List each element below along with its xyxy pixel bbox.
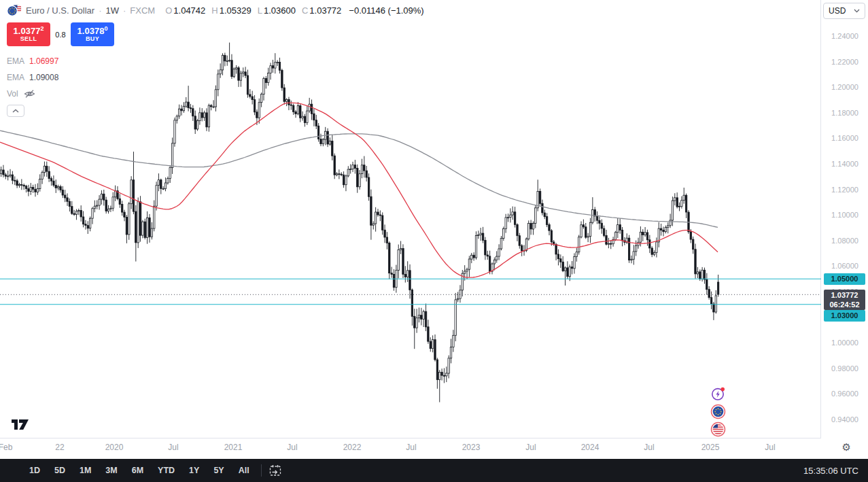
utc-clock[interactable]: 15:35:06 UTC xyxy=(803,466,858,476)
range-button-1d[interactable]: 1D xyxy=(24,463,45,478)
toolbar-divider xyxy=(261,464,262,477)
candle xyxy=(571,267,572,269)
candle xyxy=(471,255,472,259)
candle xyxy=(549,225,550,231)
candle xyxy=(621,230,623,241)
candle xyxy=(430,341,431,349)
candle xyxy=(453,335,454,347)
trading-chart-app: Euro / U.S. Dollar · 1W · FXCM O1.04742 … xyxy=(0,0,868,482)
candle xyxy=(525,239,527,250)
price-tick-label: 1.24000 xyxy=(822,32,868,40)
candle xyxy=(361,165,362,174)
candle xyxy=(441,373,442,376)
bar-countdown: 06:24:52 xyxy=(824,300,865,309)
candle xyxy=(158,180,159,186)
symbol-title[interactable]: Euro / U.S. Dollar xyxy=(26,5,94,16)
candle xyxy=(683,195,684,200)
candle xyxy=(78,211,80,211)
current-price-badge[interactable]: 1.0377206:24:52 xyxy=(824,290,865,310)
candle xyxy=(35,189,36,192)
candle xyxy=(464,271,466,273)
candle xyxy=(128,204,130,235)
low-value: 1.03600 xyxy=(264,5,296,16)
ema-fast-line[interactable] xyxy=(0,103,718,277)
volume-row[interactable]: Vol xyxy=(7,86,424,102)
currency-selector[interactable]: USD xyxy=(823,3,865,19)
candle xyxy=(670,220,671,226)
price-axis[interactable]: USD 1.240001.220001.200001.180001.160001… xyxy=(822,0,868,438)
separator-dot: · xyxy=(122,5,126,16)
candle xyxy=(690,232,691,239)
open-label: O xyxy=(165,5,172,16)
candle xyxy=(55,185,56,188)
candle xyxy=(341,174,342,175)
candle xyxy=(391,273,392,275)
candle xyxy=(174,120,175,143)
buy-button[interactable]: 1.03780 BUY xyxy=(71,22,114,46)
candle xyxy=(338,174,340,175)
close-value: 1.03772 xyxy=(309,5,341,16)
ema-slow-value: 1.09008 xyxy=(29,73,58,82)
candle xyxy=(640,232,641,242)
range-button-1m[interactable]: 1M xyxy=(75,463,96,478)
collapse-legend-button[interactable] xyxy=(7,105,24,117)
go-to-date-button[interactable] xyxy=(268,464,282,477)
range-button-all[interactable]: All xyxy=(234,463,254,478)
candle xyxy=(370,196,372,225)
range-button-5d[interactable]: 5D xyxy=(50,463,70,478)
range-button-3m[interactable]: 3M xyxy=(101,463,122,478)
time-tick-label: Jul xyxy=(287,443,297,452)
candle xyxy=(62,190,63,196)
candle xyxy=(414,316,415,328)
price-tick-label: 0.94000 xyxy=(822,415,868,424)
current-price-value: 1.03772 xyxy=(824,290,865,300)
candle xyxy=(562,262,563,271)
candle xyxy=(366,171,367,177)
candle xyxy=(717,282,718,294)
ema-fast-row[interactable]: EMA 1.06997 xyxy=(7,53,424,69)
candle xyxy=(404,274,406,277)
axis-settings-gear-icon[interactable]: ⚙ xyxy=(842,441,851,453)
candle xyxy=(601,223,602,228)
chart-pane[interactable]: Euro / U.S. Dollar · 1W · FXCM O1.04742 … xyxy=(0,0,821,438)
range-button-6m[interactable]: 6M xyxy=(127,463,148,478)
us-flag-event-icon[interactable] xyxy=(710,421,726,437)
range-button-ytd[interactable]: YTD xyxy=(153,463,179,478)
interval-label[interactable]: 1W xyxy=(106,5,120,16)
range-button-1y[interactable]: 1Y xyxy=(184,463,204,478)
eye-off-icon[interactable] xyxy=(23,88,36,99)
candle xyxy=(693,239,694,249)
candle xyxy=(379,215,381,216)
candle xyxy=(587,237,589,237)
price-tick-label: 1.16000 xyxy=(822,134,868,142)
price-tick-label: 1.08000 xyxy=(822,237,868,245)
candle xyxy=(498,249,500,256)
tradingview-logo[interactable] xyxy=(11,417,29,432)
price-change: −0.01146 (−1.09%) xyxy=(349,5,423,16)
candle xyxy=(137,202,139,243)
eu-flag-event-icon[interactable] xyxy=(710,404,726,419)
candle xyxy=(135,211,137,243)
candle xyxy=(667,226,669,228)
time-axis[interactable]: ⚙ Feb222020Jul2021Jul2022Jul2023Jul2024J… xyxy=(0,439,868,459)
high-label: H xyxy=(211,5,218,16)
candle xyxy=(16,181,18,186)
candle xyxy=(53,181,54,185)
candle xyxy=(478,235,479,236)
level-price-badge[interactable]: 1.05000 xyxy=(824,273,865,285)
candle xyxy=(560,259,561,262)
candle xyxy=(124,212,125,217)
candle xyxy=(315,120,317,126)
level-price-badge[interactable]: 1.03000 xyxy=(824,310,865,322)
range-button-5y[interactable]: 5Y xyxy=(209,463,228,478)
ema-slow-row[interactable]: EMA 1.09008 xyxy=(7,69,424,86)
candle xyxy=(510,215,511,218)
candle xyxy=(28,189,29,192)
symbol-row[interactable]: Euro / U.S. Dollar · 1W · FXCM O1.04742 … xyxy=(7,4,424,16)
economic-event-icon[interactable] xyxy=(710,386,726,402)
candle xyxy=(603,228,604,235)
candle xyxy=(485,241,486,256)
candle xyxy=(149,218,150,237)
candle xyxy=(329,141,330,145)
sell-button[interactable]: 1.03772 SELL xyxy=(7,22,50,46)
